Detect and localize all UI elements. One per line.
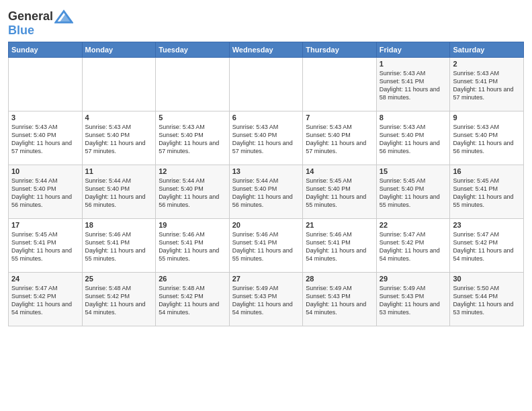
day-number: 28 — [306, 275, 373, 283]
calendar-cell: 30Sunrise: 5:50 AM Sunset: 5:44 PM Dayli… — [450, 272, 524, 326]
calendar-cell — [303, 57, 377, 111]
day-number: 5 — [159, 113, 226, 122]
cell-info: Sunrise: 5:46 AM Sunset: 5:41 PM Dayligh… — [85, 230, 153, 263]
day-number: 20 — [232, 221, 300, 229]
day-number: 23 — [453, 221, 521, 229]
cell-info: Sunrise: 5:45 AM Sunset: 5:40 PM Dayligh… — [306, 177, 373, 210]
day-number: 14 — [306, 167, 373, 175]
day-number: 29 — [380, 275, 447, 283]
header: General Blue — [8, 7, 524, 38]
day-number: 1 — [380, 60, 447, 68]
calendar-container: General Blue SundayMondayTuesdayWednesda… — [0, 0, 532, 332]
calendar-cell: 28Sunrise: 5:49 AM Sunset: 5:43 PM Dayli… — [303, 272, 377, 326]
day-number: 30 — [453, 275, 521, 283]
cell-info: Sunrise: 5:44 AM Sunset: 5:40 PM Dayligh… — [85, 177, 153, 210]
week-row-2: 3Sunrise: 5:43 AM Sunset: 5:40 PM Daylig… — [9, 111, 524, 165]
calendar-cell — [156, 57, 230, 111]
cell-info: Sunrise: 5:47 AM Sunset: 5:42 PM Dayligh… — [453, 230, 521, 263]
calendar-cell: 16Sunrise: 5:45 AM Sunset: 5:41 PM Dayli… — [450, 165, 524, 218]
day-number: 27 — [232, 275, 300, 283]
day-number: 24 — [11, 275, 79, 283]
cell-info: Sunrise: 5:46 AM Sunset: 5:41 PM Dayligh… — [232, 230, 300, 263]
calendar-cell: 14Sunrise: 5:45 AM Sunset: 5:40 PM Dayli… — [303, 165, 377, 218]
calendar-cell: 4Sunrise: 5:43 AM Sunset: 5:40 PM Daylig… — [82, 111, 156, 165]
day-number: 19 — [159, 221, 226, 229]
day-number: 11 — [85, 167, 153, 175]
day-number: 21 — [306, 221, 373, 229]
logo: General Blue — [8, 9, 73, 38]
cell-info: Sunrise: 5:50 AM Sunset: 5:44 PM Dayligh… — [453, 284, 521, 317]
logo-text-blue: Blue — [8, 24, 34, 37]
cell-info: Sunrise: 5:43 AM Sunset: 5:41 PM Dayligh… — [380, 69, 447, 102]
calendar-cell: 1Sunrise: 5:43 AM Sunset: 5:41 PM Daylig… — [376, 57, 450, 111]
calendar-cell: 20Sunrise: 5:46 AM Sunset: 5:41 PM Dayli… — [229, 218, 303, 272]
calendar-cell — [229, 57, 303, 111]
day-number: 10 — [11, 167, 79, 175]
day-number: 2 — [453, 60, 521, 68]
calendar-cell — [9, 57, 83, 111]
day-number: 7 — [306, 113, 373, 122]
calendar-cell: 8Sunrise: 5:43 AM Sunset: 5:40 PM Daylig… — [376, 111, 450, 165]
cell-info: Sunrise: 5:43 AM Sunset: 5:40 PM Dayligh… — [11, 123, 79, 156]
col-header-monday: Monday — [82, 42, 156, 57]
cell-info: Sunrise: 5:45 AM Sunset: 5:41 PM Dayligh… — [453, 177, 521, 210]
day-number: 16 — [453, 167, 521, 175]
day-number: 26 — [159, 275, 226, 283]
calendar-cell: 10Sunrise: 5:44 AM Sunset: 5:40 PM Dayli… — [9, 165, 83, 218]
logo-icon — [54, 9, 73, 24]
cell-info: Sunrise: 5:47 AM Sunset: 5:42 PM Dayligh… — [380, 230, 447, 263]
cell-info: Sunrise: 5:45 AM Sunset: 5:40 PM Dayligh… — [380, 177, 447, 210]
day-number: 6 — [232, 113, 300, 122]
calendar-cell: 6Sunrise: 5:43 AM Sunset: 5:40 PM Daylig… — [229, 111, 303, 165]
cell-info: Sunrise: 5:43 AM Sunset: 5:40 PM Dayligh… — [453, 123, 521, 156]
calendar-cell: 11Sunrise: 5:44 AM Sunset: 5:40 PM Dayli… — [82, 165, 156, 218]
cell-info: Sunrise: 5:48 AM Sunset: 5:42 PM Dayligh… — [85, 284, 153, 317]
calendar-cell: 12Sunrise: 5:44 AM Sunset: 5:40 PM Dayli… — [156, 165, 230, 218]
cell-info: Sunrise: 5:43 AM Sunset: 5:40 PM Dayligh… — [306, 123, 373, 156]
calendar-cell: 19Sunrise: 5:46 AM Sunset: 5:41 PM Dayli… — [156, 218, 230, 272]
calendar-cell: 25Sunrise: 5:48 AM Sunset: 5:42 PM Dayli… — [82, 272, 156, 326]
cell-info: Sunrise: 5:43 AM Sunset: 5:40 PM Dayligh… — [85, 123, 153, 156]
week-row-4: 17Sunrise: 5:45 AM Sunset: 5:41 PM Dayli… — [9, 218, 524, 272]
day-number: 13 — [232, 167, 300, 175]
calendar-cell: 24Sunrise: 5:47 AM Sunset: 5:42 PM Dayli… — [9, 272, 83, 326]
calendar-cell — [82, 57, 156, 111]
calendar-cell: 18Sunrise: 5:46 AM Sunset: 5:41 PM Dayli… — [82, 218, 156, 272]
cell-info: Sunrise: 5:44 AM Sunset: 5:40 PM Dayligh… — [11, 177, 79, 210]
col-header-friday: Friday — [376, 42, 450, 57]
cell-info: Sunrise: 5:47 AM Sunset: 5:42 PM Dayligh… — [11, 284, 79, 317]
cell-info: Sunrise: 5:49 AM Sunset: 5:43 PM Dayligh… — [232, 284, 300, 317]
calendar-cell: 2Sunrise: 5:43 AM Sunset: 5:41 PM Daylig… — [450, 57, 524, 111]
cell-info: Sunrise: 5:46 AM Sunset: 5:41 PM Dayligh… — [159, 230, 226, 263]
day-number: 12 — [159, 167, 226, 175]
cell-info: Sunrise: 5:43 AM Sunset: 5:41 PM Dayligh… — [453, 69, 521, 102]
col-header-thursday: Thursday — [303, 42, 377, 57]
calendar-cell: 7Sunrise: 5:43 AM Sunset: 5:40 PM Daylig… — [303, 111, 377, 165]
cell-info: Sunrise: 5:43 AM Sunset: 5:40 PM Dayligh… — [232, 123, 300, 156]
day-number: 3 — [11, 113, 79, 122]
header-row: SundayMondayTuesdayWednesdayThursdayFrid… — [9, 42, 524, 57]
calendar-cell: 22Sunrise: 5:47 AM Sunset: 5:42 PM Dayli… — [376, 218, 450, 272]
day-number: 22 — [380, 221, 447, 229]
calendar-cell: 26Sunrise: 5:48 AM Sunset: 5:42 PM Dayli… — [156, 272, 230, 326]
calendar-cell: 5Sunrise: 5:43 AM Sunset: 5:40 PM Daylig… — [156, 111, 230, 165]
cell-info: Sunrise: 5:46 AM Sunset: 5:41 PM Dayligh… — [306, 230, 373, 263]
day-number: 25 — [85, 275, 153, 283]
cell-info: Sunrise: 5:43 AM Sunset: 5:40 PM Dayligh… — [159, 123, 226, 156]
col-header-saturday: Saturday — [450, 42, 524, 57]
cell-info: Sunrise: 5:44 AM Sunset: 5:40 PM Dayligh… — [159, 177, 226, 210]
cell-info: Sunrise: 5:49 AM Sunset: 5:43 PM Dayligh… — [306, 284, 373, 317]
day-number: 9 — [453, 113, 521, 122]
day-number: 15 — [380, 167, 447, 175]
cell-info: Sunrise: 5:49 AM Sunset: 5:43 PM Dayligh… — [380, 284, 447, 317]
week-row-1: 1Sunrise: 5:43 AM Sunset: 5:41 PM Daylig… — [9, 57, 524, 111]
day-number: 4 — [85, 113, 153, 122]
cell-info: Sunrise: 5:44 AM Sunset: 5:40 PM Dayligh… — [232, 177, 300, 210]
calendar-cell: 21Sunrise: 5:46 AM Sunset: 5:41 PM Dayli… — [303, 218, 377, 272]
week-row-3: 10Sunrise: 5:44 AM Sunset: 5:40 PM Dayli… — [9, 165, 524, 218]
calendar-cell: 27Sunrise: 5:49 AM Sunset: 5:43 PM Dayli… — [229, 272, 303, 326]
cell-info: Sunrise: 5:43 AM Sunset: 5:40 PM Dayligh… — [380, 123, 447, 156]
calendar-cell: 3Sunrise: 5:43 AM Sunset: 5:40 PM Daylig… — [9, 111, 83, 165]
col-header-wednesday: Wednesday — [229, 42, 303, 57]
calendar-cell: 23Sunrise: 5:47 AM Sunset: 5:42 PM Dayli… — [450, 218, 524, 272]
